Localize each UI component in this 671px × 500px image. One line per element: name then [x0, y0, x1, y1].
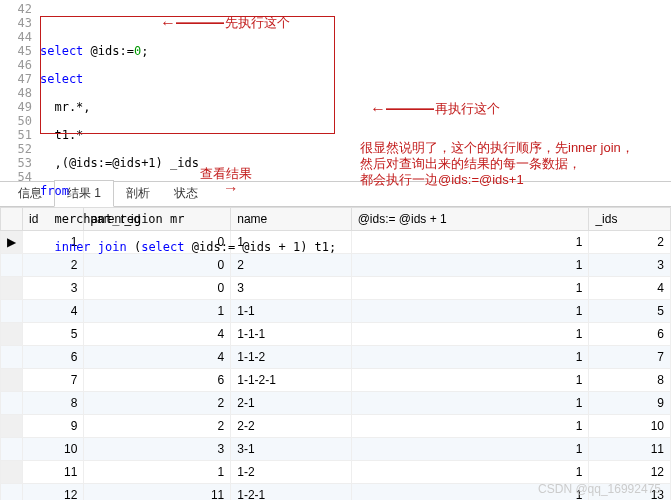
- code-text: @ids:=: [83, 44, 134, 58]
- code-text: mr.*,: [40, 100, 91, 114]
- cell-ids[interactable]: 7: [589, 346, 671, 369]
- watermark: CSDN @qq_16992475: [538, 482, 661, 496]
- row-selector[interactable]: [1, 277, 23, 300]
- table-row[interactable]: 1033-1111: [1, 438, 671, 461]
- kw-select: select: [40, 72, 83, 86]
- cell-parent_id[interactable]: 3: [84, 438, 231, 461]
- cell-id[interactable]: 8: [23, 392, 84, 415]
- cell-id[interactable]: 6: [23, 346, 84, 369]
- row-selector[interactable]: [1, 415, 23, 438]
- cell-name[interactable]: 2-1: [231, 392, 351, 415]
- cell-parent_id[interactable]: 6: [84, 369, 231, 392]
- line-number: 45: [0, 44, 32, 58]
- cell-ids[interactable]: 9: [589, 392, 671, 415]
- arrow-icon: ←———: [160, 14, 224, 32]
- row-selector[interactable]: ▶: [1, 231, 23, 254]
- row-selector[interactable]: [1, 346, 23, 369]
- line-number: 50: [0, 114, 32, 128]
- cell-e[interactable]: 1: [351, 300, 589, 323]
- row-selector[interactable]: [1, 300, 23, 323]
- cell-id[interactable]: 11: [23, 461, 84, 484]
- code-text: merchant_region mr: [40, 212, 185, 226]
- code-text: t1.*: [40, 128, 83, 142]
- cell-id[interactable]: 5: [23, 323, 84, 346]
- cell-id[interactable]: 9: [23, 415, 84, 438]
- cell-e[interactable]: 1: [351, 323, 589, 346]
- line-number: 46: [0, 58, 32, 72]
- cell-e[interactable]: 1: [351, 346, 589, 369]
- arrow-down-icon: ↓: [221, 185, 239, 193]
- cell-parent_id[interactable]: 4: [84, 323, 231, 346]
- cell-parent_id[interactable]: 4: [84, 346, 231, 369]
- cell-parent_id[interactable]: 2: [84, 392, 231, 415]
- line-number: 49: [0, 100, 32, 114]
- cell-name[interactable]: 1-1-1: [231, 323, 351, 346]
- cell-name[interactable]: 1-2-1: [231, 484, 351, 501]
- code-area[interactable]: select @ids:=0; select mr.*, t1.* ,(@ids…: [40, 0, 671, 181]
- arrow-icon: ←———: [370, 100, 434, 118]
- cell-ids[interactable]: 5: [589, 300, 671, 323]
- cell-parent_id[interactable]: 11: [84, 484, 231, 501]
- cell-name[interactable]: 3-1: [231, 438, 351, 461]
- cell-parent_id[interactable]: 2: [84, 415, 231, 438]
- line-number: 47: [0, 72, 32, 86]
- cell-parent_id[interactable]: 1: [84, 300, 231, 323]
- cell-ids[interactable]: 11: [589, 438, 671, 461]
- cell-e[interactable]: 1: [351, 392, 589, 415]
- kw-from: from: [40, 184, 69, 198]
- cell-id[interactable]: 12: [23, 484, 84, 501]
- row-selector[interactable]: [1, 438, 23, 461]
- row-selector[interactable]: [1, 254, 23, 277]
- table-row[interactable]: 1111-2112: [1, 461, 671, 484]
- table-row[interactable]: 922-2110: [1, 415, 671, 438]
- cell-e[interactable]: 1: [351, 369, 589, 392]
- cell-e[interactable]: 1: [351, 461, 589, 484]
- kw-inner: inner: [54, 240, 90, 254]
- table-row[interactable]: 411-115: [1, 300, 671, 323]
- row-selector[interactable]: [1, 369, 23, 392]
- line-number: 51: [0, 128, 32, 142]
- code-text: @ids:= @ids + 1) t1;: [185, 240, 337, 254]
- cell-id[interactable]: 7: [23, 369, 84, 392]
- table-row[interactable]: 761-1-2-118: [1, 369, 671, 392]
- table-row[interactable]: 822-119: [1, 392, 671, 415]
- line-number: 43: [0, 16, 32, 30]
- cell-ids[interactable]: 12: [589, 461, 671, 484]
- row-selector[interactable]: [1, 323, 23, 346]
- table-row[interactable]: 641-1-217: [1, 346, 671, 369]
- table-row[interactable]: 541-1-116: [1, 323, 671, 346]
- cell-ids[interactable]: 8: [589, 369, 671, 392]
- line-number: 53: [0, 156, 32, 170]
- kw-select: select: [40, 44, 83, 58]
- cell-ids[interactable]: 10: [589, 415, 671, 438]
- cell-name[interactable]: 1-1-2: [231, 346, 351, 369]
- cell-parent_id[interactable]: 1: [84, 461, 231, 484]
- cell-name[interactable]: 1-1-2-1: [231, 369, 351, 392]
- cell-name[interactable]: 1-1: [231, 300, 351, 323]
- row-selector[interactable]: [1, 484, 23, 501]
- row-selector[interactable]: [1, 392, 23, 415]
- code-editor[interactable]: 42434445464748495051525354 select @ids:=…: [0, 0, 671, 182]
- line-number: 52: [0, 142, 32, 156]
- row-selector-header: [1, 208, 23, 231]
- cell-name[interactable]: 2-2: [231, 415, 351, 438]
- code-text: ;: [141, 44, 148, 58]
- line-number: 48: [0, 86, 32, 100]
- cell-ids[interactable]: 6: [589, 323, 671, 346]
- cell-e[interactable]: 1: [351, 438, 589, 461]
- cell-id[interactable]: 4: [23, 300, 84, 323]
- code-text: ,(@ids:=@ids+1) _ids: [40, 156, 199, 170]
- cell-id[interactable]: 10: [23, 438, 84, 461]
- kw-select: select: [141, 240, 184, 254]
- cell-e[interactable]: 1: [351, 415, 589, 438]
- line-number: 44: [0, 30, 32, 44]
- cell-name[interactable]: 1-2: [231, 461, 351, 484]
- kw-join: join: [98, 240, 127, 254]
- row-selector[interactable]: [1, 461, 23, 484]
- line-number: 42: [0, 2, 32, 16]
- code-text: [40, 240, 54, 254]
- line-gutter: 42434445464748495051525354: [0, 0, 40, 181]
